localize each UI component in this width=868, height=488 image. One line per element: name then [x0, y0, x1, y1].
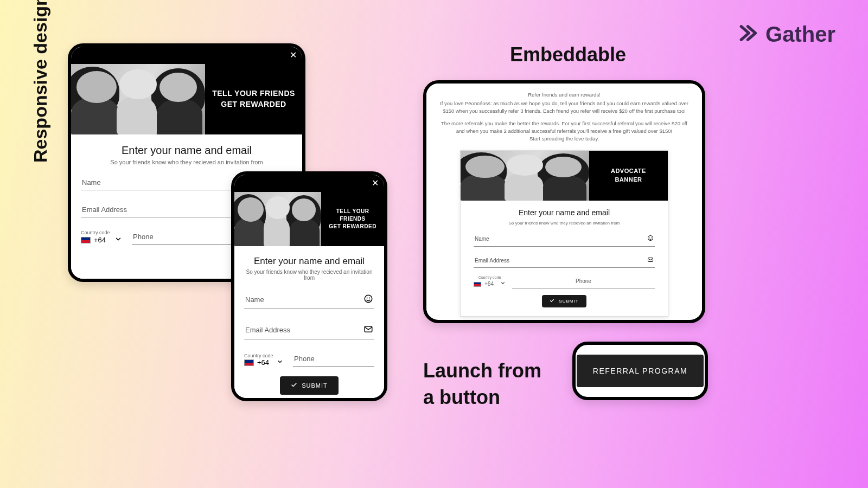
- hero-slogan: TELL YOUR FRIENDS GET REWARDED: [205, 64, 302, 134]
- country-code-select[interactable]: Country code +64: [244, 353, 283, 367]
- advocate-banner-text: ADVOCATE BANNER: [589, 151, 668, 201]
- responsive-panel-mobile: ✕ TELL YOUR FRIENDS GET REWARDED Enter y…: [231, 171, 387, 401]
- svg-point-4: [648, 236, 653, 241]
- form-subheading: So your friends know who they recieved a…: [244, 269, 374, 281]
- referral-program-button[interactable]: REFERRAL PROGRAM: [577, 355, 704, 387]
- hero-slogan: TELL YOUR FRIENDS GET REWARDED: [321, 192, 384, 246]
- embeddable-panel: Refer friends and earn rewards! If you l…: [423, 80, 705, 323]
- submit-button[interactable]: SUBMIT: [542, 295, 586, 307]
- embeddable-label: Embeddable: [510, 43, 626, 66]
- name-label: Name: [82, 178, 101, 187]
- check-icon: [550, 298, 554, 304]
- submit-button[interactable]: SUBMIT: [280, 376, 339, 395]
- name-label: Name: [475, 235, 489, 243]
- close-icon[interactable]: ✕: [290, 50, 297, 60]
- modal-topbar: ✕: [71, 47, 302, 64]
- country-code-label: Country code: [474, 275, 506, 280]
- email-field[interactable]: Email Address: [244, 319, 374, 339]
- form-heading: Enter your name and email: [474, 207, 655, 218]
- check-icon: [291, 382, 297, 389]
- smiley-icon: [647, 235, 654, 244]
- hero-image: [461, 151, 589, 201]
- mail-icon: [363, 324, 373, 336]
- phone-label: Phone: [576, 278, 591, 284]
- smiley-icon: [363, 294, 373, 305]
- embed-para-1: If you love Pēoncéoss: as much as we hop…: [438, 100, 690, 115]
- chevron-down-icon: [277, 358, 283, 367]
- country-code-value: +64: [484, 280, 494, 288]
- email-field[interactable]: Email Address: [474, 253, 655, 268]
- country-code-label: Country code: [244, 353, 283, 358]
- email-label: Email Address: [82, 206, 127, 214]
- brand-mark-icon: [738, 22, 761, 47]
- mail-icon: [647, 256, 654, 266]
- flag-icon: [81, 237, 91, 243]
- phone-field[interactable]: Phone: [293, 349, 374, 367]
- country-code-label: Country code: [81, 230, 122, 235]
- form-heading: Enter your name and email: [244, 256, 374, 267]
- launch-button-panel: REFERRAL PROGRAM: [572, 342, 708, 400]
- country-code-value: +64: [94, 236, 106, 244]
- chevron-down-icon: [114, 235, 122, 245]
- email-label: Email Address: [245, 326, 290, 334]
- phone-field[interactable]: Phone: [512, 274, 655, 288]
- svg-point-0: [365, 295, 372, 303]
- flag-icon: [244, 359, 254, 366]
- form-heading: Enter your name and email: [81, 144, 292, 157]
- modal-topbar: ✕: [234, 175, 384, 192]
- svg-point-1: [367, 298, 368, 299]
- brand-name: Gather: [765, 22, 835, 47]
- submit-label: SUBMIT: [302, 382, 328, 389]
- phone-label: Phone: [133, 233, 154, 241]
- hero-banner: TELL YOUR FRIENDS GET REWARDED: [71, 64, 302, 134]
- brand-logo: Gather: [738, 22, 835, 47]
- embed-para-2: The more referrals you make the better t…: [438, 120, 690, 135]
- hero-banner: TELL YOUR FRIENDS GET REWARDED: [234, 192, 384, 246]
- country-code-select[interactable]: Country code +64: [81, 230, 122, 245]
- hero-image: [234, 192, 321, 246]
- embed-page-content: Refer friends and earn rewards! If you l…: [426, 84, 702, 317]
- country-code-select[interactable]: Country code +64: [474, 275, 506, 288]
- email-label: Email Address: [475, 257, 509, 265]
- country-code-value: +64: [257, 358, 269, 367]
- svg-point-5: [649, 237, 650, 238]
- chevron-down-icon: [500, 280, 506, 288]
- name-label: Name: [245, 296, 264, 304]
- signup-form: Enter your name and email So your friend…: [234, 246, 384, 401]
- phone-label: Phone: [294, 355, 315, 363]
- hero-image: [71, 64, 205, 134]
- form-subheading: So your friends know who they recieved a…: [474, 220, 655, 227]
- close-icon[interactable]: ✕: [372, 178, 379, 188]
- embed-para-3: Start spreading the love today.: [438, 135, 690, 143]
- signup-form: Enter your name and email So your friend…: [461, 201, 668, 316]
- embedded-widget: ADVOCATE BANNER Enter your name and emai…: [460, 150, 668, 317]
- name-field[interactable]: Name: [474, 232, 655, 247]
- hero-banner: ADVOCATE BANNER: [461, 151, 668, 201]
- name-field[interactable]: Name: [244, 288, 374, 309]
- submit-label: SUBMIT: [559, 299, 578, 304]
- launch-from-button-label: Launch from a button: [423, 358, 541, 410]
- form-subheading: So your friends know who they recieved a…: [81, 159, 292, 165]
- embed-title: Refer friends and earn rewards!: [438, 91, 690, 99]
- responsive-design-label: Responsive design: [30, 0, 51, 163]
- svg-point-2: [369, 298, 370, 299]
- svg-point-6: [651, 237, 652, 238]
- flag-icon: [474, 282, 481, 287]
